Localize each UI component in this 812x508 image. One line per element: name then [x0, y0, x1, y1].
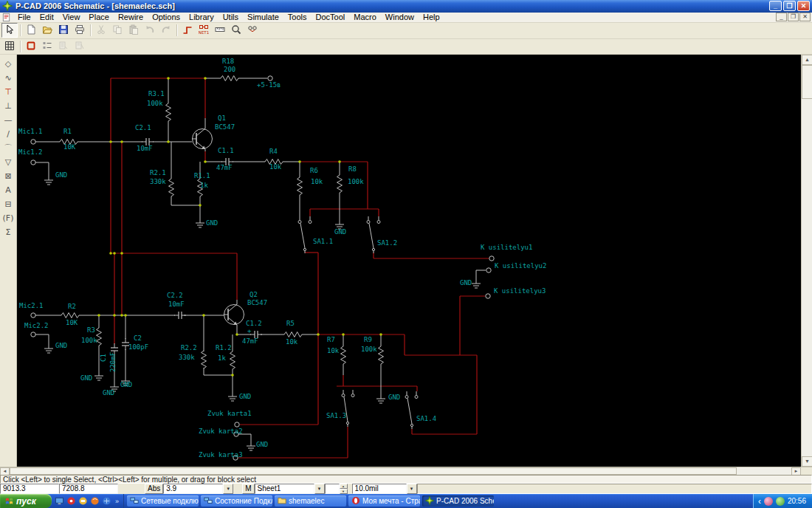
- main-toolbar: NET1: [0, 23, 812, 39]
- transistors[interactable]: [192, 128, 244, 325]
- menu-doctool[interactable]: DocTool: [312, 13, 350, 21]
- taskbar-task[interactable]: Сетевые подключе...: [127, 495, 199, 507]
- sheet-value[interactable]: Sheet1: [255, 484, 314, 494]
- menu-utils[interactable]: Utils: [219, 13, 243, 21]
- menu-window[interactable]: Window: [381, 13, 419, 21]
- schematic-drawing[interactable]: R18200+5-15вR3.1100kC2.110mFQ1BC547Mic1.…: [17, 55, 801, 467]
- print-button[interactable]: [72, 23, 88, 38]
- quicklaunch-media-icon[interactable]: [66, 496, 76, 506]
- select-tool-button[interactable]: [1, 23, 18, 38]
- start-button[interactable]: пуск: [0, 494, 52, 508]
- bom-list-button[interactable]: [39, 39, 55, 54]
- bus-tool-icon[interactable]: ⊤: [1, 85, 16, 98]
- maximize-button[interactable]: ❐: [783, 1, 796, 11]
- connection-wires[interactable]: [35, 78, 486, 442]
- line-tool-icon[interactable]: —: [1, 113, 16, 126]
- quicklaunch-ie-icon[interactable]: [102, 496, 111, 506]
- record-macro-button[interactable]: [244, 23, 261, 38]
- menu-edit[interactable]: Edit: [35, 13, 58, 21]
- sheet-combo[interactable]: Sheet1 ▼: [255, 484, 325, 494]
- text-tool-icon[interactable]: A: [1, 183, 16, 196]
- toolbar-separator: [176, 24, 177, 36]
- grid-combo[interactable]: 10.0mil ▼: [352, 484, 417, 494]
- taskbar-task[interactable]: Моя мечта - Стран...: [348, 495, 420, 507]
- tray-antivirus-icon[interactable]: [776, 497, 785, 506]
- ports[interactable]: [31, 76, 494, 460]
- taskbar-task[interactable]: P-CAD 2006 Schemati...: [422, 495, 494, 507]
- zoom-combo[interactable]: 3.9 ▼: [163, 484, 233, 494]
- scroll-down-icon[interactable]: ▼: [802, 456, 812, 467]
- symbol-tool-icon[interactable]: Σ: [1, 225, 16, 238]
- x-coordinate-field[interactable]: 9013.3: [0, 484, 59, 494]
- wire-tool-icon[interactable]: ∿: [1, 71, 16, 84]
- menu-library[interactable]: Library: [185, 13, 219, 21]
- ground-symbols[interactable]: [44, 176, 481, 450]
- save-button[interactable]: [55, 23, 72, 38]
- taskbar-task[interactable]: Состояние Подключ...: [201, 495, 272, 507]
- part-tool-icon[interactable]: ◇: [1, 57, 16, 70]
- arc-tool-icon[interactable]: ⌒: [1, 141, 16, 154]
- close-button[interactable]: ✕: [797, 1, 810, 11]
- horizontal-scrollbar[interactable]: ◄ ►: [0, 467, 812, 475]
- redo-button: [158, 23, 174, 38]
- menu-simulate[interactable]: Simulate: [243, 13, 283, 21]
- mdi-restore-button[interactable]: ❐: [788, 13, 799, 21]
- menu-tools[interactable]: Tools: [283, 13, 312, 21]
- new-button[interactable]: [23, 23, 39, 38]
- attribute-tool-icon[interactable]: ⊟: [1, 197, 16, 210]
- svg-text:R5: R5: [286, 320, 295, 327]
- minimize-button[interactable]: _: [769, 1, 782, 11]
- abs-mode-button[interactable]: Abs: [145, 484, 163, 494]
- chevron-down-icon[interactable]: ▼: [223, 484, 233, 494]
- edit-nets-button[interactable]: NET1: [196, 23, 212, 38]
- vertical-scrollbar[interactable]: ▲ ▼: [801, 55, 812, 467]
- menu-view[interactable]: View: [58, 13, 85, 21]
- snap-grid-button[interactable]: [1, 39, 18, 54]
- quicklaunch-desktop-icon[interactable]: [55, 496, 64, 506]
- horizontal-scroll-thumb[interactable]: [10, 467, 737, 475]
- ieee-symbol-tool-icon[interactable]: ⊠: [1, 169, 16, 182]
- port-tool-icon[interactable]: ⊥: [1, 99, 16, 112]
- quicklaunch-mail-icon[interactable]: [78, 496, 88, 506]
- chevron-down-icon[interactable]: ▼: [314, 484, 325, 494]
- menu-help[interactable]: Help: [419, 13, 444, 21]
- polyline-tool-icon[interactable]: ∕: [1, 127, 16, 140]
- tray-chevron-icon[interactable]: ‹: [758, 496, 761, 507]
- quicklaunch-firefox-icon[interactable]: [90, 496, 100, 506]
- macro-button[interactable]: M: [242, 484, 254, 494]
- measure-button[interactable]: [212, 23, 228, 38]
- zoom-window-button[interactable]: [228, 23, 244, 38]
- mdi-close-button[interactable]: ✕: [799, 13, 811, 21]
- place-part-button[interactable]: [23, 39, 39, 54]
- tray-status-icon[interactable]: [764, 497, 773, 506]
- zoom-value[interactable]: 3.9: [163, 484, 223, 494]
- menu-options[interactable]: Options: [148, 13, 185, 21]
- scroll-up-icon[interactable]: ▲: [802, 55, 812, 65]
- redsquare-icon: [26, 41, 36, 52]
- schematic-canvas-area[interactable]: R18200+5-15вR3.1100kC2.110mFQ1BC547Mic1.…: [17, 55, 801, 467]
- paste-button: [125, 23, 142, 38]
- opera-icon: [351, 496, 360, 507]
- mdi-minimize-button[interactable]: _: [776, 13, 787, 21]
- y-coordinate-field[interactable]: 7208.8: [59, 484, 118, 494]
- menu-file[interactable]: File: [13, 13, 35, 21]
- grid-value[interactable]: 10.0mil: [352, 484, 407, 494]
- folder-icon: [278, 496, 286, 507]
- quicklaunch-overflow-icon[interactable]: »: [114, 498, 120, 505]
- vertical-scroll-thumb[interactable]: [802, 65, 812, 99]
- place-wire-button[interactable]: [179, 23, 196, 38]
- title-bar[interactable]: P-CAD 2006 Schematic - [shemaelec.sch] _…: [0, 0, 812, 13]
- net-wires[interactable]: [111, 78, 489, 458]
- menu-macro[interactable]: Macro: [349, 13, 381, 21]
- polygon-tool-icon[interactable]: ▽: [1, 155, 16, 168]
- sheet-number-field[interactable]: [325, 484, 340, 494]
- document-icon[interactable]: [1, 13, 11, 22]
- sheet-spinner[interactable]: ▲▼: [340, 484, 348, 494]
- menu-place[interactable]: Place: [84, 13, 114, 21]
- taskbar-task[interactable]: shemaelec: [275, 495, 346, 507]
- open-button[interactable]: [39, 23, 55, 38]
- field-tool-icon[interactable]: (F): [1, 211, 16, 224]
- chevron-down-icon[interactable]: ▼: [407, 484, 417, 494]
- svg-text:GND: GND: [388, 394, 400, 401]
- menu-rewire[interactable]: Rewire: [114, 13, 148, 21]
